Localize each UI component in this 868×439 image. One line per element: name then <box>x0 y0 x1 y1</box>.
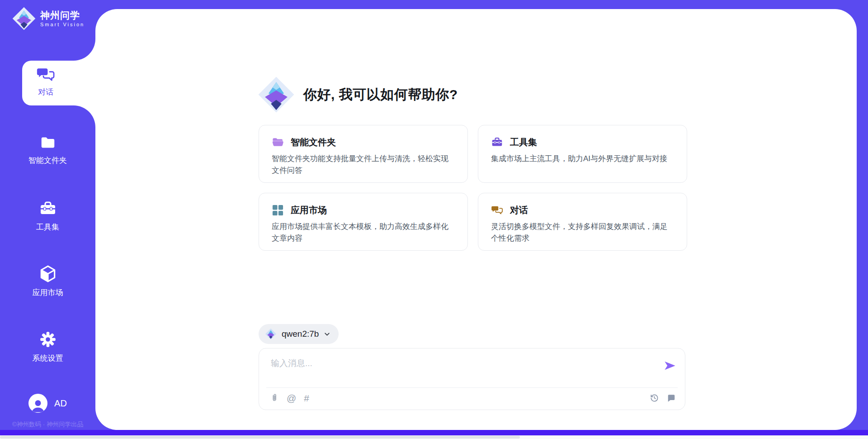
model-selector[interactable]: qwen2:7b <box>259 324 339 344</box>
hashtag-button[interactable]: # <box>304 393 309 403</box>
grid-icon <box>272 204 284 216</box>
history-icon <box>650 393 659 403</box>
card-title: 工具集 <box>510 136 537 148</box>
new-chat-button[interactable] <box>667 393 676 402</box>
card-description: 应用市场提供丰富长文本模板，助力高效生成多样化文章内容 <box>272 221 455 244</box>
paperclip-icon <box>270 393 279 403</box>
card-header: 智能文件夹 <box>272 136 455 148</box>
diamond-logo-icon <box>12 6 36 31</box>
card-header: 应用市场 <box>272 204 455 216</box>
toolbox-icon <box>491 136 503 148</box>
feature-cards: 智能文件夹 智能文件夹功能支持批量文件上传与清洗，轻松实现文件问答 工具集 集成… <box>259 125 687 251</box>
diamond-logo-icon <box>265 328 277 340</box>
app-subtitle: Smart Vision <box>40 22 85 27</box>
main-content-panel: 你好, 我可以如何帮助你? 智能文件夹 智能文件夹功能支持批量文件上传与清洗，轻… <box>95 9 857 430</box>
chat-square-icon <box>667 393 676 402</box>
horizontal-scrollbar[interactable] <box>0 435 868 439</box>
model-name: qwen2:7b <box>282 329 319 339</box>
tab-curve-top <box>74 39 95 61</box>
chat-bubbles-icon <box>491 204 503 216</box>
sidebar-item-label: 应用市场 <box>33 287 63 298</box>
user-avatar-icon <box>28 396 47 413</box>
card-title: 对话 <box>510 204 528 216</box>
sidebar-item-label: 工具集 <box>36 222 59 232</box>
folder-icon <box>39 134 57 151</box>
card-description: 灵活切换多模型文件，支持多样回复效果调试，满足个性化需求 <box>491 221 674 244</box>
card-app-market[interactable]: 应用市场 应用市场提供丰富长文本模板，助力高效生成多样化文章内容 <box>259 193 468 251</box>
sidebar-item-chat-inner: 对话 <box>22 65 69 97</box>
cube-icon <box>38 264 57 283</box>
app-name: 神州问学 <box>40 10 85 20</box>
gear-icon <box>38 330 57 349</box>
composer-toolbar: @ # <box>270 393 676 403</box>
card-chat[interactable]: 对话 灵活切换多模型文件，支持多样回复效果调试，满足个性化需求 <box>478 193 687 251</box>
card-header: 对话 <box>491 204 674 216</box>
card-description: 集成市场上主流工具，助力AI与外界无缝扩展与对接 <box>491 153 674 165</box>
sidebar-item-smart-folder[interactable]: 智能文件夹 <box>0 134 95 166</box>
sidebar: 神州问学 Smart Vision 对话 智能文件夹 工具集 <box>0 0 95 439</box>
sidebar-item-chat[interactable]: 对话 <box>22 61 96 105</box>
avatar <box>28 394 47 413</box>
message-input[interactable] <box>259 348 648 385</box>
composer-divider <box>266 387 678 388</box>
diamond-logo-icon <box>257 76 295 114</box>
toolbox-icon <box>39 200 57 218</box>
scrollbar-thumb[interactable] <box>0 436 520 439</box>
sidebar-item-toolset[interactable]: 工具集 <box>0 200 95 232</box>
sidebar-item-label: 智能文件夹 <box>28 155 67 166</box>
greeting-text: 你好, 我可以如何帮助你? <box>303 86 458 104</box>
bottom-accent-bar <box>0 430 868 435</box>
app-logo: 神州问学 Smart Vision <box>12 6 85 31</box>
user-initials: AD <box>54 398 67 409</box>
card-description: 智能文件夹功能支持批量文件上传与清洗，轻松实现文件问答 <box>272 153 455 176</box>
composer-tools-left: @ # <box>270 393 309 403</box>
greeting: 你好, 我可以如何帮助你? <box>257 75 458 114</box>
chevron-down-icon <box>324 331 330 338</box>
app-title-block: 神州问学 Smart Vision <box>40 10 85 27</box>
copyright-footer: ©神州数码 · 神州问学出品 <box>0 420 95 429</box>
sidebar-item-settings[interactable]: 系统设置 <box>0 330 95 363</box>
mention-button[interactable]: @ <box>287 393 296 403</box>
card-title: 智能文件夹 <box>291 136 336 148</box>
card-toolset[interactable]: 工具集 集成市场上主流工具，助力AI与外界无缝扩展与对接 <box>478 125 687 183</box>
composer-tools-right <box>650 393 676 403</box>
sidebar-item-label: 系统设置 <box>33 353 63 363</box>
send-icon <box>664 359 676 372</box>
tab-curve-bottom <box>74 105 95 127</box>
send-button[interactable] <box>663 359 677 373</box>
folder-open-icon <box>272 136 284 148</box>
history-button[interactable] <box>650 393 659 403</box>
attach-file-button[interactable] <box>270 393 279 403</box>
card-smart-folder[interactable]: 智能文件夹 智能文件夹功能支持批量文件上传与清洗，轻松实现文件问答 <box>259 125 468 183</box>
user-profile[interactable]: AD <box>0 394 95 413</box>
sidebar-item-app-market[interactable]: 应用市场 <box>0 264 95 298</box>
message-composer: @ # <box>259 348 685 410</box>
chat-bubbles-icon <box>36 65 55 84</box>
at-icon: @ <box>287 393 296 403</box>
sidebar-item-label: 对话 <box>38 87 53 97</box>
hash-icon: # <box>304 393 309 403</box>
card-title: 应用市场 <box>291 204 327 216</box>
card-header: 工具集 <box>491 136 674 148</box>
